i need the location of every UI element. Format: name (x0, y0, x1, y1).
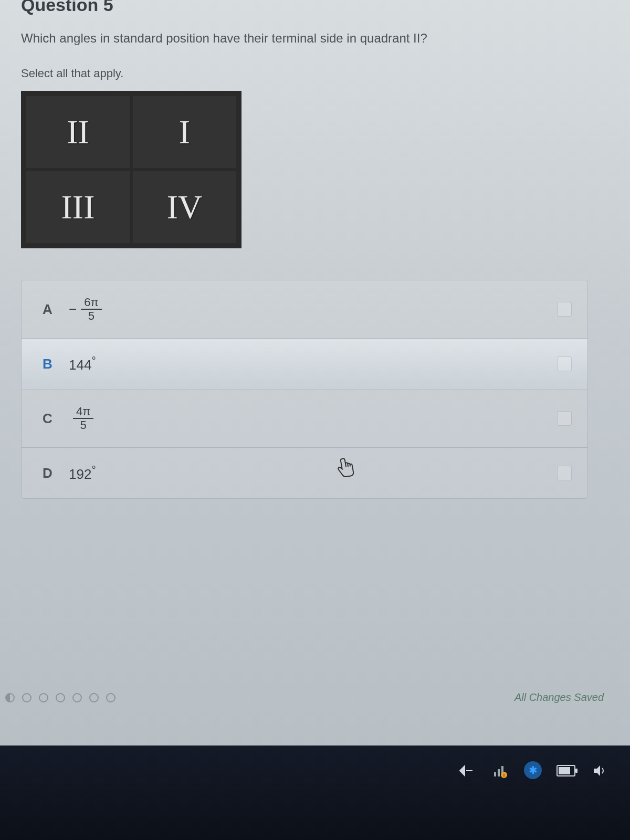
footer-bar: All Changes Saved (0, 691, 609, 704)
answer-list: A − 6π 5 B 144 C 4π 5 (21, 280, 588, 499)
progress-dot[interactable] (39, 693, 48, 702)
progress-dot[interactable] (5, 693, 15, 702)
answer-option-b[interactable]: B 144 (22, 339, 587, 390)
quadrant-diagram: II I III IV (21, 91, 242, 248)
system-taskbar: ! ✱ (0, 746, 630, 840)
checkbox[interactable] (557, 411, 572, 426)
checkbox[interactable] (557, 302, 572, 317)
answer-value: 4π 5 (69, 405, 93, 432)
answer-letter: A (43, 301, 69, 318)
answer-value: 144 (69, 354, 96, 373)
battery-icon[interactable] (556, 761, 575, 780)
answer-value: 192 (69, 464, 96, 482)
progress-dot[interactable] (22, 693, 32, 702)
app-icon[interactable] (457, 761, 476, 780)
answer-letter: B (43, 356, 69, 372)
quadrant-iv: IV (133, 171, 236, 243)
progress-dot[interactable] (106, 693, 116, 702)
progress-dot[interactable] (89, 693, 99, 702)
network-icon[interactable]: ! (490, 761, 509, 780)
quadrant-i: I (133, 96, 236, 168)
progress-dot[interactable] (72, 693, 82, 702)
answer-option-a[interactable]: A − 6π 5 (22, 280, 587, 339)
progress-dot[interactable] (56, 693, 65, 702)
progress-dots[interactable] (5, 693, 116, 702)
answer-value: − 6π 5 (69, 296, 102, 322)
question-header: Question 5 (21, 0, 609, 15)
checkbox[interactable] (557, 356, 572, 371)
answer-option-d[interactable]: D 192 (22, 448, 587, 498)
volume-icon[interactable] (590, 761, 609, 780)
save-status: All Changes Saved (514, 691, 604, 704)
bluetooth-icon[interactable]: ✱ (524, 761, 542, 779)
answer-option-c[interactable]: C 4π 5 (22, 390, 587, 448)
answer-letter: C (43, 411, 69, 427)
quadrant-ii: II (26, 96, 130, 168)
question-prompt: Which angles in standard position have t… (21, 31, 609, 46)
svg-rect-1 (498, 769, 500, 776)
checkbox[interactable] (557, 466, 572, 480)
quadrant-iii: III (26, 171, 130, 243)
answer-letter: D (43, 465, 69, 481)
svg-text:!: ! (503, 773, 505, 778)
instruction-text: Select all that apply. (21, 67, 609, 80)
svg-rect-0 (494, 772, 496, 776)
